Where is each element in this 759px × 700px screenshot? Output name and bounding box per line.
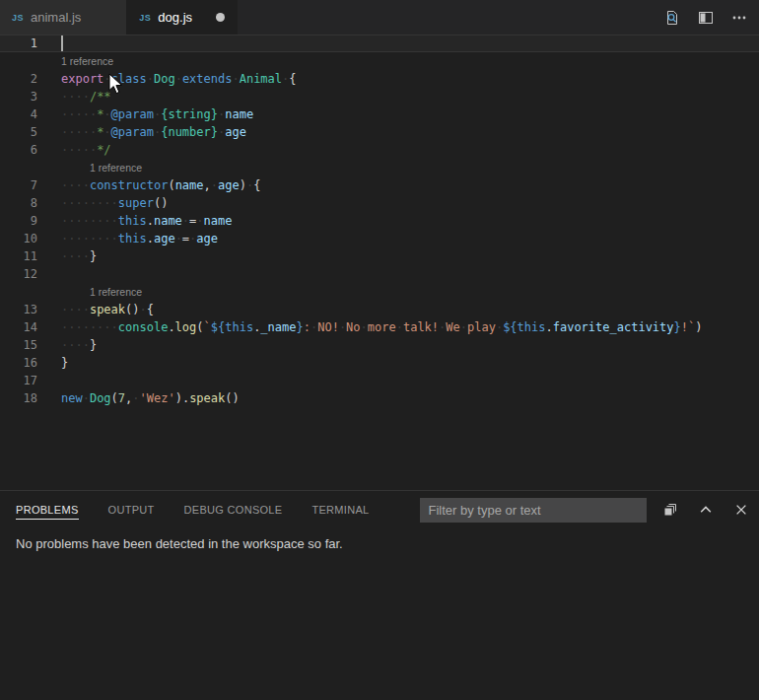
editor-tab-dog.js[interactable]: JSdog.js bbox=[127, 0, 238, 35]
problems-message: No problems have been detected in the wo… bbox=[0, 528, 759, 559]
code-text: ····constructor(name,·age)·{ bbox=[37, 176, 260, 194]
code-text: ····/** bbox=[37, 88, 111, 105]
code-text: ·····*/ bbox=[37, 141, 111, 159]
line-number: 1 bbox=[0, 35, 37, 52]
code-text: ····} bbox=[37, 336, 97, 354]
tab-label: dog.js bbox=[158, 10, 192, 25]
panel-tab-debug-console[interactable]: DEBUG CONSOLE bbox=[184, 500, 283, 520]
code-text: ····} bbox=[37, 247, 97, 265]
line-number: 17 bbox=[0, 372, 37, 389]
code-line-6[interactable]: 6·····*/ bbox=[0, 141, 759, 159]
line-number: 15 bbox=[0, 336, 37, 354]
codelens-reference[interactable]: 1 reference bbox=[0, 52, 759, 70]
text-caret bbox=[61, 35, 63, 51]
code-text: export·class·Dog·extends·Animal·{ bbox=[37, 70, 297, 88]
code-text: new·Dog(7,·'Wez').speak() bbox=[37, 389, 240, 407]
tab-label: animal.js bbox=[31, 10, 81, 25]
line-number: 16 bbox=[0, 354, 37, 372]
code-line-10[interactable]: 10········this.age·=·age bbox=[0, 230, 759, 247]
modified-dot-icon bbox=[216, 13, 225, 22]
code-line-11[interactable]: 11····} bbox=[0, 247, 759, 265]
code-line-13[interactable]: 13····speak()·{ bbox=[0, 301, 759, 318]
editor-actions bbox=[662, 0, 759, 35]
code-text: ·····*·@param·{number}·age bbox=[37, 123, 246, 141]
line-number: 7 bbox=[0, 176, 37, 194]
panel-tab-terminal[interactable]: TERMINAL bbox=[311, 500, 369, 520]
codelens-reference[interactable]: 1 reference bbox=[0, 159, 759, 176]
maximize-panel-icon[interactable] bbox=[696, 500, 716, 520]
code-area: 11 reference2export·class·Dog·extends·An… bbox=[0, 35, 759, 407]
codelens-reference[interactable]: 1 reference bbox=[0, 283, 759, 301]
editor-tab-animal.js[interactable]: JSanimal.js bbox=[0, 0, 127, 35]
javascript-file-icon: JS bbox=[139, 13, 151, 23]
line-number: 2 bbox=[0, 70, 37, 88]
code-line-4[interactable]: 4·····*·@param·{string}·name bbox=[0, 105, 759, 123]
line-number: 13 bbox=[0, 301, 37, 318]
code-line-7[interactable]: 7····constructor(name,·age)·{ bbox=[0, 176, 759, 194]
code-text bbox=[37, 265, 61, 283]
panel-tab-output[interactable]: OUTPUT bbox=[108, 500, 155, 520]
code-line-1[interactable]: 1 bbox=[0, 35, 759, 52]
more-actions-icon[interactable] bbox=[729, 8, 749, 28]
split-editor-icon[interactable] bbox=[696, 8, 716, 28]
line-number: 6 bbox=[0, 141, 37, 159]
line-number: 14 bbox=[0, 318, 37, 336]
line-number: 11 bbox=[0, 247, 37, 265]
code-line-9[interactable]: 9········this.name·=·name bbox=[0, 212, 759, 230]
line-number: 10 bbox=[0, 230, 37, 247]
line-number: 9 bbox=[0, 212, 37, 230]
code-line-18[interactable]: 18new·Dog(7,·'Wez').speak() bbox=[0, 389, 759, 407]
panel-actions bbox=[647, 500, 751, 520]
code-text: ····speak()·{ bbox=[37, 301, 154, 318]
code-line-8[interactable]: 8········super() bbox=[0, 194, 759, 212]
code-line-14[interactable]: 14········console.log(`${this._name}:·NO… bbox=[0, 318, 759, 336]
line-number: 12 bbox=[0, 265, 37, 283]
code-line-3[interactable]: 3····/** bbox=[0, 88, 759, 105]
close-panel-icon[interactable] bbox=[731, 500, 751, 520]
editor-tabs: JSanimal.jsJSdog.js bbox=[0, 0, 238, 35]
line-number: 5 bbox=[0, 123, 37, 141]
line-number: 3 bbox=[0, 88, 37, 105]
javascript-file-icon: JS bbox=[12, 13, 24, 23]
collapse-all-icon[interactable] bbox=[660, 500, 680, 520]
code-text bbox=[37, 35, 61, 52]
code-line-16[interactable]: 16} bbox=[0, 354, 759, 372]
code-line-5[interactable]: 5·····*·@param·{number}·age bbox=[0, 123, 759, 141]
panel-tab-problems[interactable]: PROBLEMS bbox=[16, 500, 79, 520]
editor-tab-bar: JSanimal.jsJSdog.js bbox=[0, 0, 759, 35]
code-text: ·····*·@param·{string}·name bbox=[37, 105, 253, 123]
code-text: ········console.log(`${this._name}:·NO!·… bbox=[37, 318, 702, 336]
code-text: ········super() bbox=[37, 194, 168, 212]
bottom-panel: PROBLEMSOUTPUTDEBUG CONSOLETERMINAL bbox=[0, 490, 759, 700]
panel-header: PROBLEMSOUTPUTDEBUG CONSOLETERMINAL bbox=[0, 491, 759, 528]
code-text bbox=[37, 372, 61, 389]
line-number: 4 bbox=[0, 105, 37, 123]
code-editor[interactable]: 11 reference2export·class·Dog·extends·An… bbox=[0, 35, 759, 490]
tab-spacer bbox=[97, 13, 114, 22]
code-text: ········this.name·=·name bbox=[37, 212, 232, 230]
panel-tabs: PROBLEMSOUTPUTDEBUG CONSOLETERMINAL bbox=[16, 500, 398, 520]
line-number: 8 bbox=[0, 194, 37, 212]
code-line-2[interactable]: 2export·class·Dog·extends·Animal·{ bbox=[0, 70, 759, 88]
search-editor-icon[interactable] bbox=[662, 8, 682, 28]
problems-filter-input[interactable] bbox=[420, 498, 647, 523]
code-line-15[interactable]: 15····} bbox=[0, 336, 759, 354]
code-text: ········this.age·=·age bbox=[37, 230, 218, 247]
line-number: 18 bbox=[0, 389, 37, 407]
vscode-window: JSanimal.jsJSdog.js bbox=[0, 0, 759, 700]
code-line-12[interactable]: 12 bbox=[0, 265, 759, 283]
code-text: } bbox=[37, 354, 68, 372]
code-line-17[interactable]: 17 bbox=[0, 372, 759, 389]
